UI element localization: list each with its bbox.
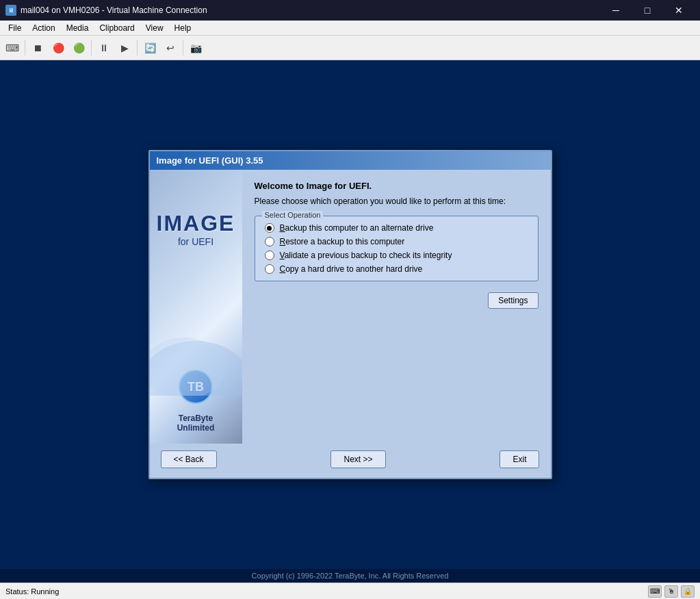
toolbar-separator-2 xyxy=(91,40,92,55)
toolbar: ⌨ ⏹ 🔴 🟢 ⏸ ▶ 🔄 ↩ 📷 xyxy=(0,36,700,60)
toolbar-undo[interactable]: ↩ xyxy=(161,38,180,58)
sidebar-image-title: IMAGE xyxy=(150,211,242,236)
radio-restore-label: Restore a backup to this computer xyxy=(280,237,405,246)
menu-bar: File Action Media Clipboard View Help xyxy=(0,21,700,36)
sidebar-brand: TeraByte Unlimited xyxy=(177,413,215,433)
radio-option-copy[interactable]: Copy a hard drive to another hard drive xyxy=(265,264,528,274)
radio-copy-label: Copy a hard drive to another hard drive xyxy=(280,264,423,274)
dialog-content: Welcome to Image for UEFI. Please choose… xyxy=(242,170,551,444)
next-button[interactable]: Next >> xyxy=(330,450,385,468)
close-button[interactable]: ✕ xyxy=(663,0,695,21)
toolbar-reset[interactable]: 🔄 xyxy=(140,38,159,58)
back-button[interactable]: << Back xyxy=(161,450,217,468)
status-bar: Status: Running ⌨ 🖱 🔒 xyxy=(0,583,700,599)
toolbar-separator-1 xyxy=(25,40,25,55)
brand-line1: TeraByte xyxy=(177,413,215,423)
sidebar-image-area: IMAGE for UEFI xyxy=(150,211,242,247)
copyright-text: Copyright (c) 1996-2022 TeraByte, Inc. A… xyxy=(252,572,449,580)
window-controls: ─ □ ✕ xyxy=(600,0,695,21)
vm-area: Image for UEFI (GUI) 3.55 IMAGE for UEFI… xyxy=(0,60,700,569)
settings-area: Settings xyxy=(255,292,539,309)
app-icon: 🖥 xyxy=(5,5,16,16)
sidebar-image-subtitle: for UEFI xyxy=(150,236,242,247)
sidebar-decoration xyxy=(150,314,242,396)
toolbar-stop[interactable]: ⏹ xyxy=(28,38,47,58)
status-icon-lock: 🔒 xyxy=(681,585,695,598)
radio-option-backup[interactable]: Backup this computer to an alternate dri… xyxy=(265,223,528,233)
operation-group: Select Operation Backup this computer to… xyxy=(255,216,539,281)
menu-view[interactable]: View xyxy=(140,22,169,34)
toolbar-start[interactable]: 🟢 xyxy=(69,38,88,58)
toolbar-pause[interactable]: ⏸ xyxy=(94,38,114,58)
radio-validate[interactable] xyxy=(265,251,274,260)
footer-center: Next >> xyxy=(330,450,385,468)
dialog-sidebar: IMAGE for UEFI TB TeraByte Unlimited xyxy=(150,170,242,444)
welcome-text: Welcome to Image for UEFI. xyxy=(255,181,539,191)
toolbar-screenshot[interactable]: 📷 xyxy=(186,38,205,58)
copyright-bar: Copyright (c) 1996-2022 TeraByte, Inc. A… xyxy=(0,569,700,583)
footer-right: Exit xyxy=(500,450,539,468)
dialog-body: IMAGE for UEFI TB TeraByte Unlimited Wel… xyxy=(150,170,551,444)
title-bar: 🖥 mail004 on VMH0206 - Virtual Machine C… xyxy=(0,0,700,21)
radio-backup[interactable] xyxy=(265,223,274,233)
brand-line2: Unlimited xyxy=(177,423,215,433)
minimize-button[interactable]: ─ xyxy=(600,0,632,21)
toolbar-resume[interactable]: ▶ xyxy=(115,38,134,58)
radio-restore[interactable] xyxy=(265,237,274,246)
settings-button[interactable]: Settings xyxy=(488,292,538,309)
menu-media[interactable]: Media xyxy=(61,22,94,34)
status-text: Status: Running xyxy=(5,587,59,596)
menu-help[interactable]: Help xyxy=(169,22,197,34)
radio-copy[interactable] xyxy=(265,264,274,274)
radio-option-restore[interactable]: Restore a backup to this computer xyxy=(265,237,528,246)
window-title: mail004 on VMH0206 - Virtual Machine Con… xyxy=(21,5,600,15)
status-icon-keyboard: ⌨ xyxy=(648,585,662,598)
dialog: Image for UEFI (GUI) 3.55 IMAGE for UEFI… xyxy=(148,150,552,479)
radio-option-validate[interactable]: Validate a previous backup to check its … xyxy=(265,251,528,260)
status-icon-mouse: 🖱 xyxy=(664,585,678,598)
radio-backup-label: Backup this computer to an alternate dri… xyxy=(280,223,434,233)
dialog-titlebar: Image for UEFI (GUI) 3.55 xyxy=(150,151,551,170)
menu-action[interactable]: Action xyxy=(27,22,60,34)
toolbar-separator-4 xyxy=(183,40,183,55)
choose-text: Please choose which operation you would … xyxy=(255,196,539,206)
menu-file[interactable]: File xyxy=(3,22,27,34)
dialog-footer: << Back Next >> Exit xyxy=(150,444,551,478)
menu-clipboard[interactable]: Clipboard xyxy=(94,22,140,34)
toolbar-shutdown[interactable]: 🔴 xyxy=(49,38,68,58)
toolbar-keyboard[interactable]: ⌨ xyxy=(3,38,22,58)
radio-validate-label: Validate a previous backup to check its … xyxy=(280,251,452,260)
restore-button[interactable]: □ xyxy=(632,0,663,21)
status-icons: ⌨ 🖱 🔒 xyxy=(648,585,695,598)
toolbar-separator-3 xyxy=(137,40,138,55)
footer-left: << Back xyxy=(161,450,217,468)
operation-group-label: Select Operation xyxy=(262,211,324,219)
dialog-title: Image for UEFI (GUI) 3.55 xyxy=(157,155,263,166)
exit-button[interactable]: Exit xyxy=(500,450,539,468)
